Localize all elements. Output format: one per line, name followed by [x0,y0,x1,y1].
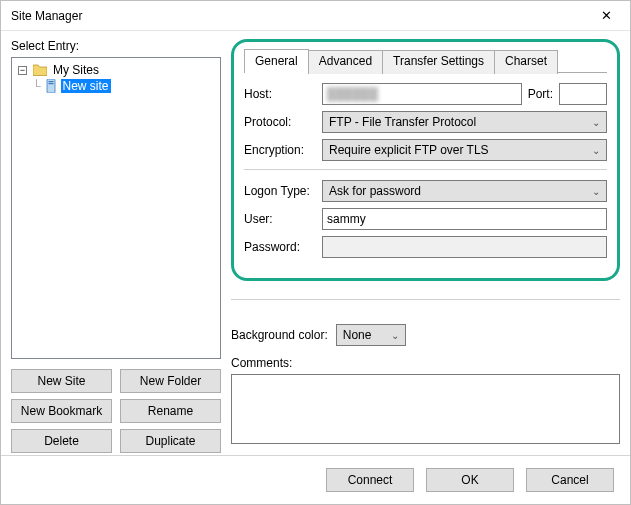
comments-label: Comments: [231,356,620,370]
duplicate-button[interactable]: Duplicate [120,429,221,453]
background-color-label: Background color: [231,328,328,342]
close-icon: ✕ [601,8,612,23]
chevron-down-icon: ⌄ [592,145,600,156]
user-label: User: [244,212,316,226]
tab-charset[interactable]: Charset [494,50,558,74]
tree-item-new-site[interactable]: └ New site [30,78,216,94]
ok-button[interactable]: OK [426,468,514,492]
rename-button[interactable]: Rename [120,399,221,423]
new-folder-button[interactable]: New Folder [120,369,221,393]
server-icon [45,79,57,93]
host-blurred-value: ██████ [327,87,447,101]
port-label: Port: [528,87,553,101]
logon-type-value: Ask for password [329,184,421,198]
tree-item-label: New site [61,79,111,93]
delete-button[interactable]: Delete [11,429,112,453]
collapse-icon[interactable]: − [18,66,27,75]
chevron-down-icon: ⌄ [592,186,600,197]
host-row: Host: ██████ Port: [244,83,607,105]
logon-type-select[interactable]: Ask for password ⌄ [322,180,607,202]
logon-row: Logon Type: Ask for password ⌄ [244,180,607,202]
password-label: Password: [244,240,316,254]
password-input [322,236,607,258]
encryption-row: Encryption: Require explicit FTP over TL… [244,139,607,161]
protocol-row: Protocol: FTP - File Transfer Protocol ⌄ [244,111,607,133]
svg-rect-2 [48,83,53,84]
right-panel: General Advanced Transfer Settings Chars… [231,39,620,453]
encryption-value: Require explicit FTP over TLS [329,143,489,157]
host-label: Host: [244,87,316,101]
chevron-down-icon: ⌄ [391,330,399,341]
tab-advanced[interactable]: Advanced [308,50,383,74]
port-input[interactable] [559,83,607,105]
tree-root-my-sites[interactable]: − My Sites [16,62,216,78]
connect-button[interactable]: Connect [326,468,414,492]
protocol-label: Protocol: [244,115,316,129]
left-buttons: New Site New Folder New Bookmark Rename … [11,369,221,453]
svg-rect-1 [48,81,53,82]
new-bookmark-button[interactable]: New Bookmark [11,399,112,423]
encryption-label: Encryption: [244,143,316,157]
highlighted-region: General Advanced Transfer Settings Chars… [231,39,620,281]
window-title: Site Manager [11,9,82,23]
bottom-bar: Connect OK Cancel [1,455,630,504]
password-row: Password: [244,236,607,258]
site-manager-window: Site Manager ✕ Select Entry: − My Sites … [0,0,631,505]
separator [244,169,607,170]
protocol-value: FTP - File Transfer Protocol [329,115,476,129]
body: Select Entry: − My Sites └ New site [1,31,630,455]
tab-transfer-settings[interactable]: Transfer Settings [382,50,495,74]
separator [231,299,620,300]
encryption-select[interactable]: Require explicit FTP over TLS ⌄ [322,139,607,161]
tree-root-label: My Sites [51,63,101,77]
tab-general[interactable]: General [244,49,309,73]
host-input[interactable]: ██████ [322,83,522,105]
folder-icon [33,64,47,76]
left-panel: Select Entry: − My Sites └ New site [11,39,221,453]
background-color-row: Background color: None ⌄ [231,324,620,346]
tree-line: └ [32,79,41,93]
protocol-select[interactable]: FTP - File Transfer Protocol ⌄ [322,111,607,133]
close-button[interactable]: ✕ [586,2,626,30]
cancel-button[interactable]: Cancel [526,468,614,492]
comments-textarea[interactable] [231,374,620,444]
select-entry-label: Select Entry: [11,39,221,53]
titlebar: Site Manager ✕ [1,1,630,31]
site-tree[interactable]: − My Sites └ New site [11,57,221,359]
background-color-value: None [343,328,372,342]
user-input[interactable] [322,208,607,230]
logon-type-label: Logon Type: [244,184,316,198]
background-color-select[interactable]: None ⌄ [336,324,406,346]
tabs: General Advanced Transfer Settings Chars… [244,48,607,73]
new-site-button[interactable]: New Site [11,369,112,393]
chevron-down-icon: ⌄ [592,117,600,128]
user-row: User: [244,208,607,230]
